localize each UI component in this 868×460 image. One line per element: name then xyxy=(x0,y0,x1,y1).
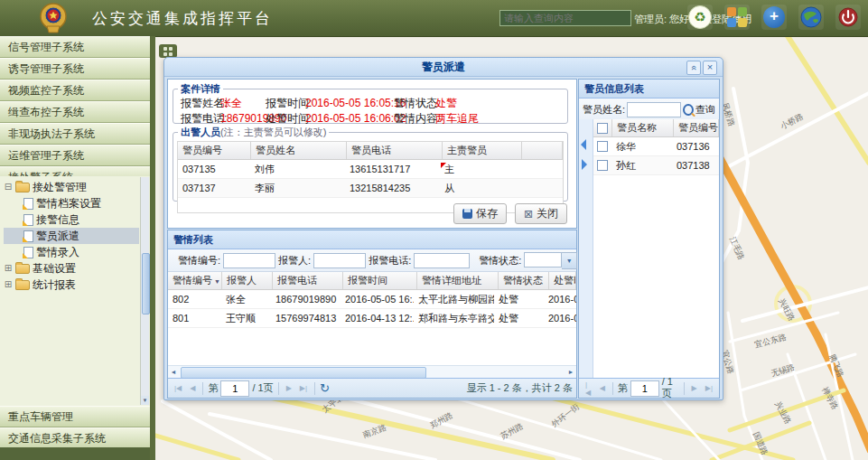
window-titlebar[interactable]: 警员派遣 xyxy=(164,58,723,77)
first-page-icon[interactable]: |◀ xyxy=(172,382,184,394)
column-header[interactable]: 主责警员 xyxy=(443,142,522,159)
global-search-input[interactable] xyxy=(499,10,631,26)
cell-alarm-no: 801 xyxy=(168,309,221,327)
sidebar-item-traffic-collect[interactable]: 交通信息采集子系统 xyxy=(0,427,150,449)
prev-page-icon[interactable]: ◀ xyxy=(187,382,198,394)
dispatch-row[interactable]: 037135 刘伟 13615131717 主 xyxy=(178,160,563,179)
document-icon xyxy=(23,214,33,226)
horizontal-scrollbar[interactable]: ◄ ► xyxy=(168,365,576,378)
map-mode-button[interactable] xyxy=(798,5,824,30)
filter-label: 警情编号: xyxy=(178,254,220,268)
first-page-icon[interactable]: |◀ xyxy=(583,379,594,399)
cell-officer-no: 037138 xyxy=(672,156,719,174)
add-button[interactable]: + xyxy=(761,5,787,30)
page-number-input[interactable] xyxy=(630,380,659,397)
column-header[interactable]: 处警时间 xyxy=(549,272,576,289)
column-header[interactable]: 报警时间 xyxy=(343,272,417,289)
tree-node-alarm-info[interactable]: 接警信息 xyxy=(4,211,150,228)
prev-page-icon[interactable]: ◀ xyxy=(597,382,608,394)
dispatch-grid-header[interactable]: 警员编号 警员姓名 警员电话 主责警员 xyxy=(178,142,563,160)
panel-collapse-handle[interactable] xyxy=(159,44,177,58)
apps-grid-button[interactable] xyxy=(724,5,750,30)
dispatch-row[interactable]: 037137 李丽 13215814235 从 xyxy=(178,179,563,198)
officer-search-button[interactable]: 查询 xyxy=(695,103,715,117)
cell-primary-flag[interactable]: 主 xyxy=(440,160,518,178)
reporter-input[interactable] xyxy=(313,253,366,268)
sidebar-item-signal[interactable]: 信号管理子系统 xyxy=(0,36,150,58)
close-button[interactable]: ⊠ 关闭 xyxy=(515,203,567,224)
tree-scrollbar[interactable] xyxy=(140,177,149,405)
save-button[interactable]: 保存 xyxy=(453,203,507,224)
checkbox[interactable] xyxy=(597,160,608,171)
collapse-node-icon[interactable]: ⊟ xyxy=(4,179,13,195)
column-header[interactable]: 警员编号 xyxy=(674,119,719,136)
next-page-icon[interactable]: ▶ xyxy=(689,382,700,394)
column-header[interactable]: 警情状态 xyxy=(499,272,549,289)
transfer-right-icon[interactable] xyxy=(582,159,587,170)
next-page-icon[interactable]: ▶ xyxy=(284,382,294,394)
sidebar-item-investigation[interactable]: 缉查布控子系统 xyxy=(0,101,150,123)
officer-row[interactable]: 孙红 037138 xyxy=(593,156,719,175)
column-header-sorted[interactable]: 警情编号▼ xyxy=(168,272,222,289)
window-close-button[interactable]: × xyxy=(703,61,717,75)
cell-primary-flag[interactable]: 从 xyxy=(440,179,518,197)
sidebar-item-ops[interactable]: 运维管理子系统 xyxy=(0,145,150,166)
alarm-row[interactable]: 802 张全 18679019890 2016-05-05 16:... 太平北… xyxy=(168,290,576,309)
tree-scrollbar-thumb[interactable] xyxy=(142,253,150,314)
alarm-row[interactable]: 801 王守顺 15769974813 2016-04-13 12:... 郑和… xyxy=(168,309,576,328)
sidebar-item-video[interactable]: 视频监控子系统 xyxy=(0,80,150,101)
checkbox[interactable] xyxy=(597,123,608,134)
status-select[interactable]: ▼ xyxy=(524,252,577,269)
sidebar-splitter[interactable] xyxy=(150,36,155,460)
expand-node-icon[interactable]: ⊞ xyxy=(4,277,13,293)
refresh-icon[interactable]: ↻ xyxy=(320,381,330,395)
last-page-icon[interactable]: ▶| xyxy=(703,382,715,394)
officer-name-input[interactable] xyxy=(627,102,681,117)
save-icon xyxy=(462,209,472,219)
column-header[interactable]: 警员编号 xyxy=(178,142,251,159)
scroll-down-icon[interactable]: ▼ xyxy=(141,396,149,405)
scroll-right-icon[interactable]: ► xyxy=(565,367,576,378)
last-page-icon[interactable]: ▶| xyxy=(297,382,310,394)
tree-node-label: 警情档案设置 xyxy=(36,195,101,211)
tree-node-case-file[interactable]: 警情档案设置 xyxy=(4,195,150,211)
status-select-input[interactable] xyxy=(524,252,562,268)
tree-node-statistics[interactable]: ⊞ 统计报表 xyxy=(4,277,150,293)
search-icon[interactable] xyxy=(683,104,694,116)
cell-officer-name: 刘伟 xyxy=(250,160,345,178)
column-header[interactable]: 警员姓名 xyxy=(251,142,347,159)
column-header[interactable]: 报警电话 xyxy=(273,272,343,289)
column-header[interactable]: 警员名称 xyxy=(612,119,674,136)
top-banner: 公安交通集成指挥平台 管理员: 您好,欢迎登陆使用 ♻ + xyxy=(0,0,868,37)
tree-node-label: 统计报表 xyxy=(33,277,76,293)
recycle-button[interactable]: ♻ xyxy=(687,5,713,30)
sidebar-item-guidance[interactable]: 诱导管理子系统 xyxy=(0,58,150,80)
dropdown-icon[interactable]: ▼ xyxy=(562,252,577,269)
phone-input[interactable] xyxy=(414,253,470,268)
alarm-grid-header[interactable]: 警情编号▼ 报警人 报警电话 报警时间 警情详细地址 警情状态 处警时间 xyxy=(168,272,576,290)
logout-button[interactable] xyxy=(835,5,861,30)
select-all-checkbox-cell[interactable] xyxy=(593,119,612,136)
cell-officer-phone: 13615131717 xyxy=(345,160,440,178)
column-header[interactable]: 报警人 xyxy=(222,272,273,289)
officer-search-toolbar: 警员姓名: 查询 xyxy=(579,99,719,121)
window-collapse-button[interactable]: « xyxy=(686,61,701,75)
alarm-no-input[interactable] xyxy=(223,253,275,268)
checkbox[interactable] xyxy=(597,141,608,152)
officer-row[interactable]: 徐华 037136 xyxy=(593,137,719,156)
sidebar-item-key-vehicles[interactable]: 重点车辆管理 xyxy=(0,406,150,427)
sidebar-item-offsite[interactable]: 非现场执法子系统 xyxy=(0,123,150,145)
tree-node-root[interactable]: ⊟ 接处警管理 xyxy=(4,179,150,195)
globe-icon xyxy=(799,5,823,29)
page-number-input[interactable] xyxy=(220,380,249,397)
tree-node-alarm-entry[interactable]: 警情录入 xyxy=(4,244,150,260)
expand-node-icon[interactable]: ⊞ xyxy=(4,260,13,277)
column-header[interactable]: 警情详细地址 xyxy=(417,272,499,289)
cell-officer-name: 孙红 xyxy=(611,156,672,174)
column-header[interactable]: 警员电话 xyxy=(347,142,443,159)
officer-grid-header[interactable]: 警员名称 警员编号 xyxy=(593,119,719,137)
transfer-left-icon[interactable] xyxy=(581,139,586,150)
tree-node-officer-dispatch[interactable]: 警员派遣 xyxy=(4,228,139,244)
scroll-left-icon[interactable]: ◄ xyxy=(168,367,179,378)
tree-node-basic-settings[interactable]: ⊞ 基础设置 xyxy=(4,260,150,277)
